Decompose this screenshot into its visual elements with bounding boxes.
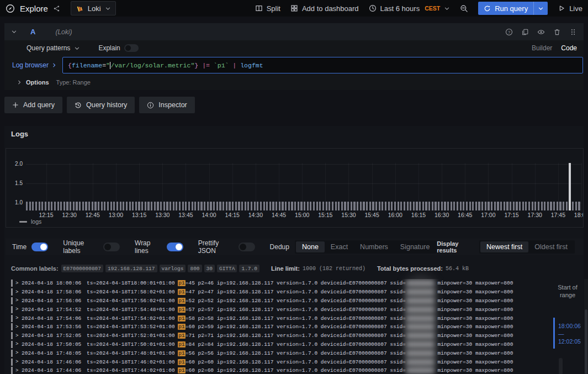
scrollbar-thumb[interactable] [585, 309, 587, 374]
add-to-dashboard-button[interactable]: Add to dashboard [290, 4, 359, 13]
toggle-unique-labels[interactable]: Unique labels [63, 239, 120, 255]
legend-series-marker [19, 221, 27, 223]
time-range-picker[interactable]: Last 6 hours CEST [369, 4, 451, 13]
x-axis-labels: 12:1512:3012:4513:0013:1513:3013:4514:00… [26, 212, 583, 219]
run-query-dropdown[interactable] [533, 2, 548, 15]
log-message: ts=2024-04-18T17:46:02+01:00 p1=60 p2=60… [87, 359, 513, 365]
dedup-none[interactable]: None [296, 241, 325, 252]
y-axis-tick: 1.5 [8, 180, 23, 186]
log-row[interactable]: >2024-04-18 17:46:06ts=2024-04-18T17:46:… [6, 357, 584, 366]
legend-series-label: logs [31, 218, 41, 225]
drag-handle-grip-icon[interactable] [569, 28, 577, 36]
add-query-button[interactable]: Add query [4, 97, 62, 113]
expand-chevron-icon[interactable]: > [15, 333, 22, 339]
options-chevron-right-icon[interactable] [17, 80, 22, 85]
chart-bar [132, 202, 134, 210]
chart-bar [329, 202, 330, 210]
help-icon[interactable] [505, 28, 513, 36]
chart-bar [307, 202, 309, 210]
query-patterns-button[interactable]: Query patterns [27, 44, 70, 52]
x-axis-tick: 14:30 [248, 212, 263, 218]
dedup-numbers[interactable]: Numbers [354, 241, 394, 252]
expand-chevron-icon[interactable]: > [15, 315, 22, 321]
chart-bar [176, 202, 177, 210]
query-ref-id[interactable]: A [30, 28, 35, 36]
options-label[interactable]: Options [26, 79, 49, 86]
expand-chevron-icon[interactable]: > [15, 341, 22, 347]
chart-bar [435, 202, 436, 210]
toggle-time[interactable]: Time [12, 243, 48, 251]
chart-bar [210, 202, 211, 210]
chart-bar [513, 202, 515, 210]
log-browser-button[interactable]: Log browser [4, 61, 62, 69]
zoom-out-icon[interactable] [460, 4, 468, 13]
common-label-chip: 800 [188, 265, 202, 272]
common-label-chip: GITTA [217, 265, 237, 272]
inspector-button[interactable]: Inspector [139, 97, 194, 113]
expand-chevron-icon[interactable]: > [15, 350, 22, 356]
toggle-switch[interactable] [103, 243, 120, 251]
x-gridline [256, 163, 256, 210]
display-newest-first[interactable]: Newest first [480, 241, 528, 252]
search-highlight: p1 [178, 341, 185, 347]
x-axis-tick: 13:00 [109, 212, 123, 218]
chart-bar [166, 202, 168, 210]
toggle-visibility-eye-icon[interactable] [537, 28, 545, 36]
dedup-exact[interactable]: Exact [325, 241, 354, 252]
datasource-picker[interactable]: Loki [71, 1, 116, 15]
log-row[interactable]: >2024-04-18 17:58:06ts=2024-04-18T17:58:… [6, 288, 584, 297]
x-gridline [372, 163, 373, 210]
log-row[interactable]: >2024-04-18 17:44:06ts=2024-04-18T17:44:… [6, 366, 584, 374]
toggle-prettify-json[interactable]: Prettify JSON [198, 239, 255, 255]
duplicate-query-icon[interactable] [521, 28, 529, 36]
log-row[interactable]: >2024-04-18 17:53:56ts=2024-04-18T17:53:… [6, 323, 584, 331]
display-oldest-first[interactable]: Oldest first [528, 241, 574, 252]
scroll-range-indicator[interactable]: 18:00:06 — 12:02:05 [553, 318, 586, 350]
chart-bar [528, 202, 530, 210]
explain-label: Explain [98, 44, 120, 52]
log-row[interactable]: >2024-04-18 17:54:06ts=2024-04-18T17:54:… [6, 314, 584, 323]
share-icon[interactable] [53, 5, 60, 12]
dedup-signature[interactable]: Signature [394, 241, 436, 252]
x-axis-tick: 12:15 [39, 212, 53, 218]
log-row[interactable]: >2024-04-18 18:00:06ts=2024-04-18T18:00:… [6, 279, 584, 288]
toggle-wrap-lines[interactable]: Wrap lines [135, 239, 183, 255]
remove-query-trash-icon[interactable] [553, 28, 561, 36]
run-query-button[interactable]: Run query [478, 2, 548, 15]
expand-chevron-icon[interactable]: > [15, 281, 22, 286]
log-row[interactable]: >2024-04-18 17:56:06ts=2024-04-18T17:56:… [6, 297, 584, 305]
chart-bar [494, 202, 496, 210]
tab-code[interactable]: Code [561, 44, 577, 52]
explain-toggle[interactable] [124, 44, 139, 52]
toggle-switch[interactable] [31, 243, 48, 251]
log-row[interactable]: >2024-04-18 17:52:05ts=2024-04-18T17:52:… [6, 331, 584, 340]
page-scrollbar[interactable] [584, 279, 588, 374]
toggle-switch[interactable] [239, 243, 255, 251]
tab-builder[interactable]: Builder [532, 44, 552, 52]
chart-bar [260, 202, 262, 210]
toggle-switch[interactable] [167, 243, 183, 251]
chart-bar [419, 202, 421, 210]
log-row[interactable]: >2024-04-18 17:54:52ts=2024-04-18T17:54:… [6, 305, 584, 314]
live-button[interactable]: Live [558, 4, 582, 13]
expand-chevron-icon[interactable]: > [15, 324, 22, 330]
chart-bar [147, 202, 149, 210]
chart-legend[interactable]: logs [19, 218, 41, 225]
query-expression[interactable]: {filename="/var/log/solar.metric"} |= `p… [62, 57, 583, 73]
expand-chevron-icon[interactable]: > [15, 298, 22, 303]
expand-chevron-icon[interactable]: > [15, 359, 22, 365]
log-level-bar [11, 315, 13, 322]
expand-chevron-icon[interactable]: > [15, 289, 22, 295]
log-mini-scrollbar-thumb[interactable] [559, 358, 563, 374]
log-row[interactable]: >2024-04-18 17:50:05ts=2024-04-18T17:50:… [6, 340, 584, 349]
expand-chevron-icon[interactable]: > [15, 307, 22, 312]
split-button[interactable]: Split [255, 4, 280, 13]
log-row[interactable]: >2024-04-18 17:48:05ts=2024-04-18T17:48:… [6, 349, 584, 357]
chart-bar [525, 202, 527, 210]
chart-bar [491, 202, 492, 210]
chart-bar [269, 202, 271, 210]
collapse-chevron-icon[interactable] [11, 29, 17, 35]
x-gridline [139, 163, 140, 210]
query-history-button[interactable]: Query history [67, 97, 135, 113]
expand-chevron-icon[interactable]: > [15, 368, 22, 373]
